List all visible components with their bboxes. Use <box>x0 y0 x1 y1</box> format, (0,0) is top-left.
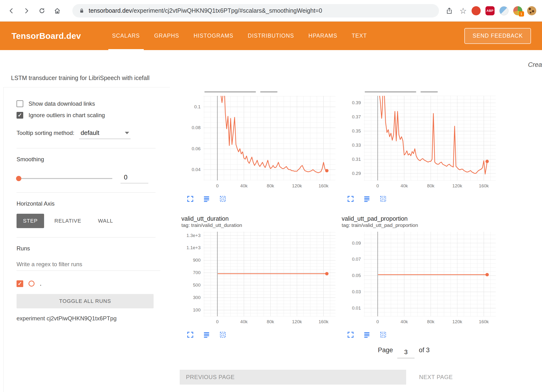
next-page-button[interactable]: NEXT PAGE <box>417 374 455 380</box>
chart-card: 040k80k120k160k0.290.310.330.350.370.39 <box>342 87 499 202</box>
show-download-links-checkbox[interactable] <box>17 100 23 107</box>
fullscreen-icon[interactable] <box>347 195 354 202</box>
svg-text:0.1: 0.1 <box>194 104 201 109</box>
browser-actions: ☆ ABP 1 <box>444 5 536 16</box>
page-number-input[interactable]: 3 <box>397 348 415 358</box>
fullscreen-icon[interactable] <box>187 331 194 338</box>
chevron-down-icon <box>125 132 129 134</box>
svg-text:500: 500 <box>193 282 201 288</box>
fullscreen-icon[interactable] <box>347 331 354 338</box>
svg-text:0.06: 0.06 <box>192 146 201 151</box>
svg-text:0.31: 0.31 <box>352 157 361 162</box>
bookmark-star-icon[interactable]: ☆ <box>460 7 467 15</box>
divider <box>17 148 156 148</box>
svg-text:0.05: 0.05 <box>352 273 361 278</box>
tooltip-sorting-value: default <box>81 129 99 137</box>
forward-icon[interactable] <box>21 5 32 16</box>
svg-text:40k: 40k <box>240 183 248 188</box>
tab-hparams[interactable]: HPARAMS <box>301 22 344 50</box>
svg-text:0.09: 0.09 <box>352 241 361 246</box>
svg-text:80k: 80k <box>267 319 274 324</box>
reload-icon[interactable] <box>36 5 47 16</box>
svg-text:0: 0 <box>216 319 219 324</box>
url-domain: tensorboard.dev <box>89 7 132 14</box>
run-checkbox[interactable]: ✓ <box>17 280 23 287</box>
data-table-icon[interactable] <box>203 195 210 202</box>
fit-domain-icon[interactable] <box>380 195 387 202</box>
chart-tag: tag: train/valid_utt_duration <box>181 222 338 228</box>
share-icon[interactable] <box>444 5 455 16</box>
send-feedback-button[interactable]: SEND FEEDBACK <box>464 28 531 44</box>
smoothing-value-input[interactable]: 0 <box>121 174 148 183</box>
svg-text:0.37: 0.37 <box>352 114 361 119</box>
scalar-chart[interactable]: 040k80k120k160k0.040.060.080.1 <box>181 92 338 192</box>
abp-label: ABP <box>487 9 494 12</box>
scalar-chart[interactable]: 040k80k120k160k0.010.030.050.070.09 <box>342 228 499 328</box>
svg-text:80k: 80k <box>427 319 434 324</box>
svg-text:80k: 80k <box>427 183 434 188</box>
svg-text:0.04: 0.04 <box>192 167 201 172</box>
charts-panel: 040k80k120k160k0.040.060.080.1 040k80k12… <box>170 87 542 392</box>
address-bar[interactable]: tensorboard.dev/experiment/cj2vtPiwQHKN9… <box>72 4 439 17</box>
run-name: . <box>40 280 42 287</box>
experiment-name: experiment cj2vtPiwQHKN9Q1tx6PTpg <box>17 315 160 322</box>
axis-step-button[interactable]: STEP <box>17 214 44 228</box>
browser-toolbar: tensorboard.dev/experiment/cj2vtPiwQHKN9… <box>0 0 542 22</box>
axis-relative-button[interactable]: RELATIVE <box>48 214 88 228</box>
svg-text:0: 0 <box>376 319 379 324</box>
fit-domain-icon[interactable] <box>219 331 226 338</box>
svg-text:160k: 160k <box>319 183 329 188</box>
smoothing-label: Smoothing <box>17 156 160 163</box>
svg-text:0.01: 0.01 <box>352 306 361 311</box>
runs-filter-input[interactable] <box>17 259 160 271</box>
page-buttons: PREVIOUS PAGE NEXT PAGE <box>180 370 455 385</box>
svg-text:120k: 120k <box>452 183 462 188</box>
cookie-extension-icon[interactable] <box>527 6 536 15</box>
tab-graphs[interactable]: GRAPHS <box>147 22 186 50</box>
svg-text:40k: 40k <box>240 319 248 324</box>
adblocker-extension-icon[interactable] <box>472 6 481 15</box>
tab-histograms[interactable]: HISTOGRAMS <box>186 22 241 50</box>
home-icon[interactable] <box>52 5 63 16</box>
chart-title: valid_utt_pad_proportion <box>342 215 499 222</box>
fit-domain-icon[interactable] <box>219 195 226 202</box>
scalar-chart[interactable]: 040k80k120k160k1003005007009001.1e+31.3e… <box>181 228 338 328</box>
data-table-icon[interactable] <box>363 331 370 338</box>
chart-toolbar <box>181 331 338 338</box>
lock-icon[interactable] <box>79 8 85 14</box>
horizontal-axis-label: Horizontal Axis <box>17 200 160 207</box>
clipped-chart-title-sliver <box>181 91 338 92</box>
svg-text:0.08: 0.08 <box>192 125 201 130</box>
chart-toolbar <box>342 331 499 338</box>
page-of-label: of 3 <box>419 346 430 354</box>
tooltip-sorting-dropdown[interactable]: default <box>79 129 131 139</box>
toggle-all-runs-button[interactable]: TOGGLE ALL RUNS <box>17 294 154 308</box>
abp-extension-icon[interactable]: ABP <box>485 6 495 15</box>
chart-card: valid_utt_pad_proportion tag: train/vali… <box>342 215 499 338</box>
svg-text:40k: 40k <box>401 183 408 188</box>
svg-text:160k: 160k <box>479 319 489 324</box>
axis-wall-button[interactable]: WALL <box>92 214 120 228</box>
back-icon[interactable] <box>6 5 17 16</box>
previous-page-button[interactable]: PREVIOUS PAGE <box>180 370 406 385</box>
data-table-icon[interactable] <box>203 331 210 338</box>
svg-text:160k: 160k <box>479 183 489 188</box>
svg-text:0: 0 <box>216 183 219 188</box>
smoothing-slider-thumb[interactable] <box>16 176 21 181</box>
ignore-outliers-checkbox[interactable]: ✓ <box>17 112 23 119</box>
data-table-icon[interactable] <box>363 195 370 202</box>
tab-distributions[interactable]: DISTRIBUTIONS <box>241 22 301 50</box>
svg-text:0.29: 0.29 <box>352 171 361 176</box>
ignore-outliers-label: Ignore outliers in chart scaling <box>29 112 105 119</box>
scalar-chart[interactable]: 040k80k120k160k0.290.310.330.350.370.39 <box>342 92 499 192</box>
tab-scalars[interactable]: SCALARS <box>105 22 147 50</box>
fit-domain-icon[interactable] <box>380 331 387 338</box>
fullscreen-icon[interactable] <box>187 195 194 202</box>
page-label: Page <box>378 346 393 354</box>
settings-sidebar: Show data download links ✓ Ignore outlie… <box>3 87 170 392</box>
smoothing-slider[interactable] <box>17 178 112 179</box>
svg-text:120k: 120k <box>452 319 462 324</box>
tab-text[interactable]: TEXT <box>345 22 374 50</box>
profile-avatar-icon[interactable]: 1 <box>513 6 522 15</box>
blue-extension-icon[interactable] <box>499 6 508 15</box>
